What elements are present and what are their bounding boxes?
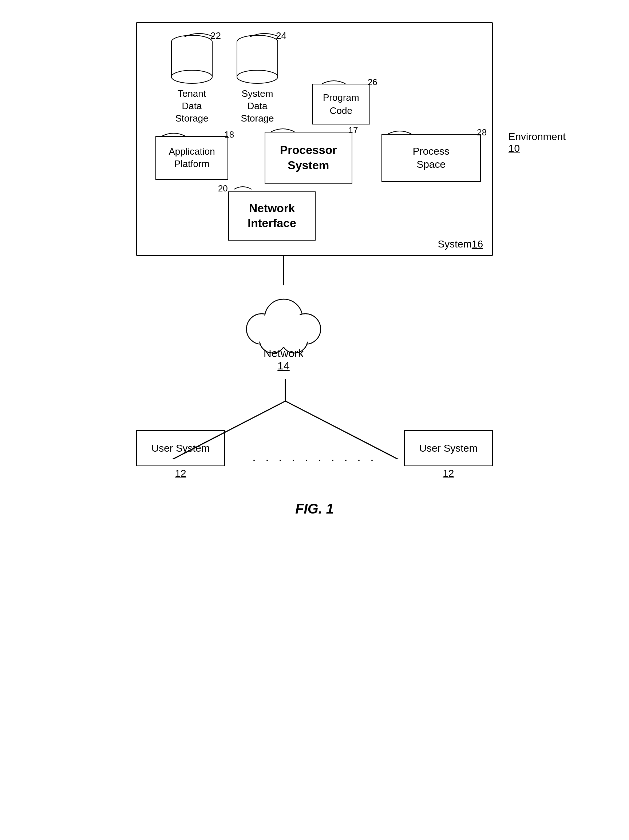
process-space-box: Process Space [381, 134, 481, 182]
system-storage-label: SystemDataStorage [240, 88, 274, 125]
system-storage-group: 24 SystemDataStorage [235, 34, 279, 125]
tenant-storage-cylinder-icon [170, 34, 214, 85]
user-system-right-group: User System 12 [404, 430, 493, 479]
tenant-storage-group: 22 TenantDataStorage [170, 34, 214, 125]
system-storage-curve-icon [247, 32, 283, 38]
system-storage-cylinder-icon [235, 34, 279, 85]
program-code-curve-icon [319, 79, 348, 84]
user-system-right-box: User System [404, 430, 493, 466]
program-code-box: ProgramCode [312, 84, 370, 125]
network-interface-ref: 20 [218, 183, 228, 194]
processor-system-group: 17 ProcessorSystem [265, 132, 352, 184]
top-row: 22 TenantDataStorage [148, 34, 481, 125]
processor-system-box: ProcessorSystem [265, 132, 352, 184]
process-space-ref: 28 [477, 127, 487, 137]
network-interface-box: NetworkInterface [228, 191, 316, 241]
program-code-ref: 26 [368, 77, 378, 87]
svg-point-15 [251, 312, 316, 347]
network-label: Network 14 [264, 347, 303, 372]
svg-line-18 [285, 401, 398, 459]
application-platform-box: ApplicationPlatform [155, 136, 228, 180]
middle-row: 18 ApplicationPlatform 17 ProcessorSyste… [148, 132, 481, 184]
process-space-curve-icon [385, 129, 414, 135]
svg-point-4 [171, 70, 212, 83]
figure-caption: FIG. 1 [295, 501, 334, 517]
application-platform-group: 18 ApplicationPlatform [155, 136, 228, 180]
tenant-storage-label: TenantDataStorage [175, 88, 208, 125]
user-system-right-label: 12 [443, 468, 454, 479]
system-box: 22 TenantDataStorage [136, 22, 493, 256]
svg-point-9 [237, 70, 278, 83]
user-system-left-label: 12 [175, 468, 186, 479]
network-interface-row: 20 NetworkInterface [148, 191, 481, 241]
processor-system-ref: 17 [348, 125, 358, 136]
network-interface-group: 20 NetworkInterface [228, 191, 316, 241]
user-system-left-box: User System [136, 430, 225, 466]
ni-to-network-line [283, 256, 284, 285]
processor-system-curve-icon [268, 127, 297, 133]
network-interface-curve-icon [232, 185, 254, 191]
app-platform-ref: 18 [224, 129, 234, 140]
process-space-group: 28 Process Space [381, 134, 481, 182]
cloud-section: Network 14 [232, 285, 335, 372]
user-system-left-group: User System 12 [136, 430, 225, 479]
tenant-storage-curve-icon [181, 32, 217, 38]
system-label: System16 [438, 238, 483, 250]
environment-label: Environment 10 [509, 131, 566, 154]
program-code-group: 26 ProgramCode [312, 84, 370, 125]
diagram-container: 22 TenantDataStorage [114, 22, 515, 531]
app-platform-curve-icon [159, 131, 188, 137]
